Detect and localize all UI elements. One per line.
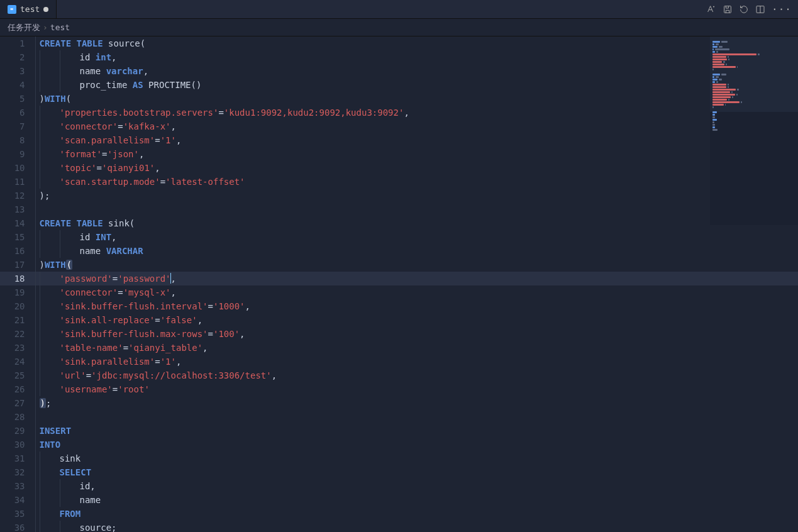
code-line[interactable]: 'format'='json',: [35, 147, 798, 161]
svg-rect-0: [724, 6, 731, 13]
code-line[interactable]: id int,: [35, 50, 798, 64]
code-line[interactable]: );: [35, 189, 798, 202]
gutter-line-number: 2: [0, 50, 35, 64]
code-line[interactable]: sink: [35, 452, 798, 465]
gutter-line-number: 14: [0, 216, 35, 230]
code-line[interactable]: id INT,: [35, 230, 798, 244]
more-icon[interactable]: ···: [772, 4, 792, 14]
gutter-line-number: 18: [0, 272, 35, 285]
gutter-line-number: 23: [0, 341, 35, 355]
gutter-line-number: 10: [0, 161, 35, 175]
code-line[interactable]: [35, 202, 798, 216]
code-line[interactable]: 'sink.all-replace'='false',: [35, 313, 798, 327]
gutter-line-number: 21: [0, 313, 35, 327]
gutter-line-number: 27: [0, 396, 35, 410]
tab-label: test: [20, 4, 40, 14]
font-icon[interactable]: [706, 4, 716, 14]
gutter-line-number: 9: [0, 147, 35, 161]
gutter-line-number: 30: [0, 438, 35, 452]
gutter-line-number: 33: [0, 479, 35, 493]
code-line[interactable]: 'scan.parallelism'='1',: [35, 133, 798, 147]
code-line[interactable]: 'scan.startup.mode'='latest-offset': [35, 175, 798, 189]
gutter-line-number: 29: [0, 424, 35, 438]
revert-icon[interactable]: [739, 4, 749, 14]
code-line[interactable]: INTO: [35, 438, 798, 452]
gutter-line-number: 8: [0, 133, 35, 147]
breadcrumb-root[interactable]: 任务开发: [8, 22, 40, 33]
editor-tab-test[interactable]: ≡ test: [0, 0, 57, 18]
gutter-line-number: 25: [0, 369, 35, 382]
gutter-line-number: 5: [0, 92, 35, 106]
code-line[interactable]: )WITH(: [35, 258, 798, 272]
code-line[interactable]: 'sink.parallelism'='1',: [35, 355, 798, 369]
code-line[interactable]: name: [35, 493, 798, 507]
code-line[interactable]: 'sink.buffer-flush.interval'='1000',: [35, 299, 798, 313]
gutter-line-number: 3: [0, 64, 35, 78]
gutter-line-number: 16: [0, 244, 35, 258]
code-line[interactable]: CREATE TABLE source(: [35, 36, 798, 50]
tab-bar: ≡ test ···: [0, 0, 798, 19]
code-line[interactable]: 'password'='password',: [35, 272, 798, 285]
code-line[interactable]: CREATE TABLE sink(: [35, 216, 798, 230]
code-line[interactable]: INSERT: [35, 424, 798, 438]
code-line[interactable]: source;: [35, 521, 798, 532]
gutter-line-number: 12: [0, 189, 35, 202]
gutter-line-number: 35: [0, 507, 35, 521]
code-line[interactable]: 'connector'='kafka-x',: [35, 119, 798, 133]
gutter-line-number: 31: [0, 452, 35, 465]
code-line[interactable]: [35, 410, 798, 424]
gutter-line-number: 32: [0, 465, 35, 479]
code-line[interactable]: 'table-name'='qianyi_table',: [35, 341, 798, 355]
titlebar-actions: ···: [700, 0, 798, 18]
gutter-line-number: 19: [0, 285, 35, 299]
code-editor[interactable]: 1CREATE TABLE source(2id int,3name varch…: [0, 36, 798, 532]
code-line[interactable]: SELECT: [35, 465, 798, 479]
gutter-line-number: 24: [0, 355, 35, 369]
gutter-line-number: 15: [0, 230, 35, 244]
gutter-line-number: 4: [0, 78, 35, 92]
save-icon[interactable]: [723, 4, 733, 14]
gutter-line-number: 13: [0, 202, 35, 216]
split-editor-icon[interactable]: [755, 4, 765, 14]
code-line[interactable]: 'connector'='mysql-x',: [35, 285, 798, 299]
breadcrumb-file[interactable]: test: [50, 23, 70, 32]
code-line[interactable]: name varchar,: [35, 64, 798, 78]
code-line[interactable]: 'properties.bootstrap.servers'='kudu1:90…: [35, 106, 798, 119]
code-line[interactable]: 'topic'='qianyi01',: [35, 161, 798, 175]
gutter-line-number: 1: [0, 36, 35, 50]
file-type-sql-icon: ≡: [8, 5, 16, 14]
chevron-right-icon: ›: [43, 23, 48, 32]
code-line[interactable]: )WITH(: [35, 92, 798, 106]
code-line[interactable]: );: [35, 396, 798, 410]
gutter-line-number: 11: [0, 175, 35, 189]
code-line[interactable]: 'sink.buffer-flush.max-rows'='100',: [35, 327, 798, 341]
code-line[interactable]: id,: [35, 479, 798, 493]
gutter-line-number: 34: [0, 493, 35, 507]
code-table: 1CREATE TABLE source(2id int,3name varch…: [0, 36, 798, 532]
breadcrumb: 任务开发 › test: [0, 19, 798, 36]
gutter-line-number: 20: [0, 299, 35, 313]
code-line[interactable]: 'username'='root': [35, 382, 798, 396]
gutter-line-number: 26: [0, 382, 35, 396]
gutter-line-number: 22: [0, 327, 35, 341]
gutter-line-number: 6: [0, 106, 35, 119]
code-line[interactable]: name VARCHAR: [35, 244, 798, 258]
tab-modified-dot-icon: [43, 7, 48, 12]
gutter-line-number: 28: [0, 410, 35, 424]
code-line[interactable]: proc_time AS PROCTIME(): [35, 78, 798, 92]
gutter-line-number: 36: [0, 521, 35, 532]
code-line[interactable]: FROM: [35, 507, 798, 521]
gutter-line-number: 17: [0, 258, 35, 272]
gutter-line-number: 7: [0, 119, 35, 133]
code-line[interactable]: 'url'='jdbc:mysql://localhost:3306/test'…: [35, 369, 798, 382]
